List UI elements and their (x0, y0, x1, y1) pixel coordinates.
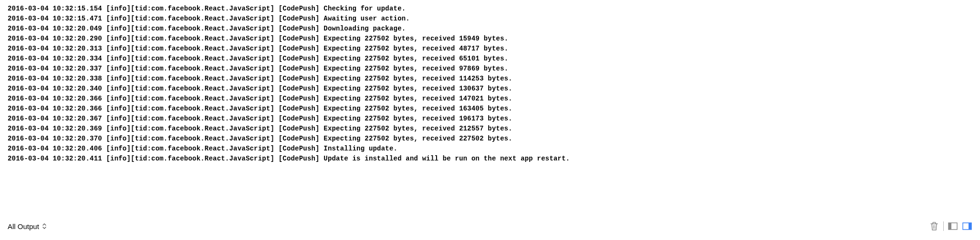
log-line: 2016-03-04 10:32:20.313 [info][tid:com.f… (8, 44, 972, 54)
clear-console-button[interactable] (929, 221, 939, 231)
log-line: 2016-03-04 10:32:20.337 [info][tid:com.f… (8, 64, 972, 74)
toggle-left-panel-button[interactable] (948, 221, 958, 231)
log-line: 2016-03-04 10:32:15.471 [info][tid:com.f… (8, 14, 972, 24)
log-line: 2016-03-04 10:32:20.340 [info][tid:com.f… (8, 84, 972, 94)
console-toolbar: All Output (0, 215, 980, 240)
svg-rect-1 (949, 223, 951, 230)
log-line: 2016-03-04 10:32:20.334 [info][tid:com.f… (8, 54, 972, 64)
console-right-controls (929, 221, 972, 231)
panel-right-icon (962, 222, 972, 230)
log-line: 2016-03-04 10:32:20.369 [info][tid:com.f… (8, 124, 972, 134)
log-line: 2016-03-04 10:32:20.366 [info][tid:com.f… (8, 94, 972, 104)
log-line: 2016-03-04 10:32:20.367 [info][tid:com.f… (8, 114, 972, 124)
trash-icon (930, 221, 938, 231)
output-filter-label: All Output (8, 222, 39, 230)
log-line: 2016-03-04 10:32:20.290 [info][tid:com.f… (8, 34, 972, 44)
log-line: 2016-03-04 10:32:20.049 [info][tid:com.f… (8, 24, 972, 34)
toggle-right-panel-button[interactable] (962, 221, 972, 231)
log-line: 2016-03-04 10:32:20.366 [info][tid:com.f… (8, 104, 972, 114)
log-line: 2016-03-04 10:32:20.338 [info][tid:com.f… (8, 74, 972, 84)
toolbar-divider (943, 221, 944, 231)
log-line: 2016-03-04 10:32:20.406 [info][tid:com.f… (8, 144, 972, 154)
log-line: 2016-03-04 10:32:15.154 [info][tid:com.f… (8, 4, 972, 14)
log-line: 2016-03-04 10:32:20.370 [info][tid:com.f… (8, 134, 972, 144)
output-filter-select[interactable]: All Output (8, 222, 47, 230)
console-log-output[interactable]: 2016-03-04 10:32:15.154 [info][tid:com.f… (0, 0, 980, 215)
log-line: 2016-03-04 10:32:20.411 [info][tid:com.f… (8, 154, 972, 164)
updown-chevron-icon (42, 223, 47, 230)
panel-left-icon (948, 222, 958, 230)
svg-rect-3 (969, 223, 971, 230)
